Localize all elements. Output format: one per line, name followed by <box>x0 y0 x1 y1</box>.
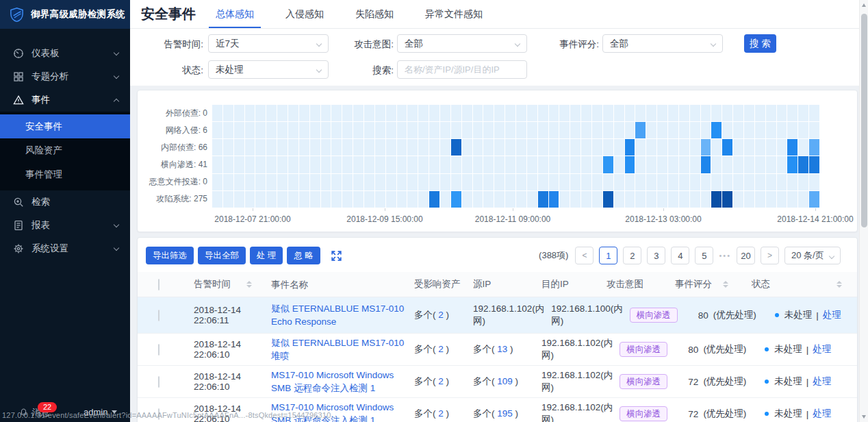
status-dot <box>765 380 769 384</box>
sidebar-item-analysis[interactable]: 专题分析 <box>0 65 130 88</box>
event-name-link[interactable]: 疑似 ETERNALBLUE MS17-010 堆喷 <box>271 338 404 361</box>
tab-总体感知[interactable]: 总体感知 <box>214 0 255 28</box>
event-name-link[interactable]: 疑似 ETERNALBLUE MS17-010 Echo Response <box>271 303 404 327</box>
assets-prefix: 多个( <box>414 408 438 419</box>
sort-icon[interactable] <box>246 281 252 288</box>
sidebar-item-reports[interactable]: 报表 <box>0 214 130 237</box>
heatmap-cell <box>321 122 331 138</box>
table-row[interactable]: 2018-12-14 22:06:11疑似 ETERNALBLUE MS17-0… <box>138 297 857 334</box>
heatmap-cell <box>690 105 700 121</box>
heatmap-cell <box>310 105 320 121</box>
toolbar-button-导出全部[interactable]: 导出全部 <box>198 247 246 264</box>
toolbar-button-忽略[interactable]: 忽 略 <box>287 247 320 264</box>
sidebar-subitem-风险资产[interactable]: 风险资产 <box>0 138 130 162</box>
sidebar-subitem-安全事件[interactable]: 安全事件 <box>0 114 130 138</box>
pagination-prev-button[interactable]: < <box>575 247 593 264</box>
source-ip-count-link[interactable]: 13 <box>497 344 507 354</box>
select-all-checkbox[interactable] <box>158 279 159 290</box>
heatmap-cell <box>386 139 396 156</box>
heatmap-cell <box>516 105 526 121</box>
heatmap-cell <box>299 139 309 156</box>
sidebar-subitem-事件管理[interactable]: 事件管理 <box>0 162 130 186</box>
column-header-status[interactable]: 状态 <box>752 278 857 290</box>
toolbar-button-导出筛选[interactable]: 导出筛选 <box>146 247 194 264</box>
scroll-up-arrow-icon[interactable] <box>862 3 866 7</box>
assets-count-link[interactable]: 2 <box>438 310 444 320</box>
heatmap-cell <box>766 156 776 173</box>
heatmap-cell <box>733 156 743 173</box>
tab-入侵感知[interactable]: 入侵感知 <box>284 0 325 28</box>
score-value: 80 <box>698 310 709 321</box>
status-text: 未处理 <box>774 375 802 388</box>
pagination-page-3[interactable]: 3 <box>647 247 665 264</box>
sort-icon[interactable] <box>723 281 728 288</box>
search-input[interactable] <box>397 60 527 79</box>
heatmap-cell <box>212 139 222 156</box>
pagination-page-2[interactable]: 2 <box>623 247 641 264</box>
tab-异常文件感知[interactable]: 异常文件感知 <box>424 0 484 28</box>
heatmap-cell <box>592 191 602 208</box>
heatmap-cell <box>798 139 808 156</box>
pagination-next-button[interactable]: > <box>761 247 779 264</box>
handle-action-link[interactable]: 处理 <box>813 408 831 420</box>
pagination-page-5[interactable]: 5 <box>695 247 713 264</box>
sort-icon[interactable] <box>837 281 842 288</box>
search-button[interactable]: 搜 索 <box>744 34 776 53</box>
table-row[interactable]: 2018-12-14 22:06:10疑似 ETERNALBLUE MS17-0… <box>138 334 857 366</box>
heatmap-cell <box>310 174 320 190</box>
page-size-select[interactable]: 20 条/页 <box>784 247 841 264</box>
event-score-select[interactable]: 全部 <box>602 34 723 53</box>
pagination-page-1[interactable]: 1 <box>599 247 617 264</box>
heatmap-cell <box>527 174 537 190</box>
heatmap-cell <box>614 191 624 208</box>
status-separator: | <box>806 409 809 419</box>
handle-action-link[interactable]: 处理 <box>823 309 841 321</box>
alert-time-select[interactable]: 近7天 <box>208 34 329 53</box>
column-header-score[interactable]: 事件评分 <box>675 278 752 290</box>
table-row[interactable]: 2018-12-14 22:06:10MS17-010 Microsoft Wi… <box>138 366 857 398</box>
row-checkbox[interactable] <box>158 310 159 321</box>
sidebar-item-events[interactable]: 事件 <box>0 88 130 112</box>
row-checkbox[interactable] <box>158 344 159 356</box>
axis-tick <box>663 208 664 211</box>
handle-action-link[interactable]: 处理 <box>813 343 831 356</box>
heatmap-cell <box>331 122 342 138</box>
heatmap-cell <box>255 156 266 173</box>
event-name-link[interactable]: MS17-010 Microsoft Windows SMB 远程命令注入检测 … <box>271 370 394 393</box>
chevron-down-icon <box>316 41 322 47</box>
assets-count-link[interactable]: 2 <box>438 408 444 419</box>
heatmap-cell <box>679 156 689 173</box>
heatmap-cell <box>549 156 559 173</box>
assets-count-link[interactable]: 2 <box>438 376 444 386</box>
heatmap-cell <box>809 122 819 138</box>
assets-count-link[interactable]: 2 <box>438 344 444 354</box>
heatmap-cell <box>288 191 298 208</box>
sidebar-item-settings[interactable]: 系统设置 <box>0 237 130 260</box>
sidebar: 御界高级威胁检测系统 仪表板专题分析事件安全事件风险资产事件管理检索报表系统设置… <box>0 0 130 422</box>
sidebar-item-retrieval[interactable]: 检索 <box>0 190 130 214</box>
handle-action-link[interactable]: 处理 <box>813 375 831 388</box>
analysis-icon <box>13 71 24 82</box>
pagination-page-20[interactable]: 20 <box>737 247 755 264</box>
scrollbar-thumb[interactable] <box>861 14 867 227</box>
heatmap-cell <box>234 156 244 173</box>
column-header-time[interactable]: 告警时间 <box>194 278 271 290</box>
browser-scrollbar[interactable] <box>859 0 868 422</box>
heatmap-cell <box>494 191 505 208</box>
status-select[interactable]: 未处理 <box>208 60 329 79</box>
heatmap-cell <box>505 122 515 138</box>
heatmap-cell <box>451 191 461 208</box>
tab-失陷感知[interactable]: 失陷感知 <box>354 0 395 28</box>
source-ip-count-link[interactable]: 109 <box>497 376 513 386</box>
sidebar-item-dashboard[interactable]: 仪表板 <box>0 42 130 65</box>
row-checkbox[interactable] <box>158 376 159 388</box>
attack-intent-select[interactable]: 全部 <box>397 34 527 53</box>
toolbar-button-处理[interactable]: 处 理 <box>250 247 283 264</box>
scroll-down-arrow-icon[interactable] <box>862 415 866 419</box>
expand-icon[interactable] <box>330 249 344 262</box>
pagination-page-4[interactable]: 4 <box>671 247 689 264</box>
heatmap-cell <box>310 122 320 138</box>
source-ip-count-link[interactable]: 195 <box>497 408 513 419</box>
heatmap-cell <box>592 105 602 121</box>
heatmap-cell <box>516 174 526 190</box>
